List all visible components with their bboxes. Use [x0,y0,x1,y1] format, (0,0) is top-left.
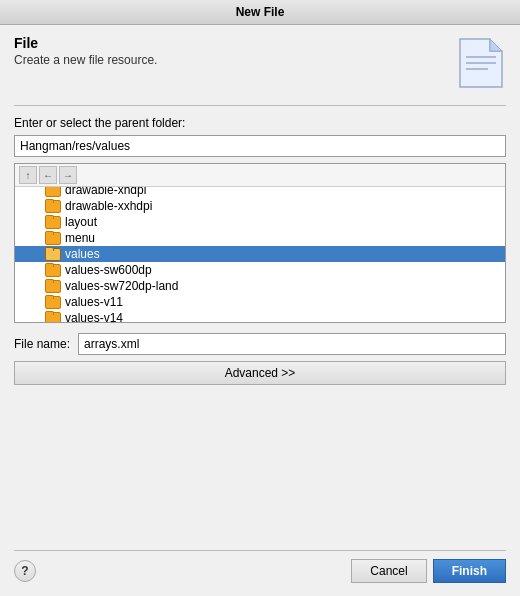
dialog-body: File Create a new file resource. Enter o… [0,25,520,593]
folder-path-input[interactable] [14,135,506,157]
tree-forward-button[interactable]: → [59,166,77,184]
bottom-bar: ? Cancel Finish [14,550,506,583]
finish-button[interactable]: Finish [433,559,506,583]
file-name-label: File name: [14,337,70,351]
folder-icon [45,263,61,277]
header-divider [14,105,506,106]
folder-icon [45,311,61,322]
tree-item-drawable-xhdpi[interactable]: drawable-xhdpi [15,187,505,198]
tree-item-label: values-v11 [65,295,123,309]
file-name-input[interactable] [78,333,506,355]
tree-item-label: drawable-xhdpi [65,187,146,197]
tree-item-label: values [65,247,100,261]
folder-icon [45,295,61,309]
tree-item-values-sw600dp[interactable]: values-sw600dp [15,262,505,278]
folder-icon [45,231,61,245]
file-name-section: File name: [14,333,506,355]
tree-item-label: drawable-xxhdpi [65,199,152,213]
tree-back-button[interactable]: ← [39,166,57,184]
tree-item-values[interactable]: values [15,246,505,262]
file-name-row: File name: [14,333,506,355]
title-bar: New File [0,0,520,25]
tree-item-values-sw720dp-land[interactable]: values-sw720dp-land [15,278,505,294]
help-button[interactable]: ? [14,560,36,582]
tree-item-values-v14[interactable]: values-v14 [15,310,505,322]
new-file-icon [458,37,506,89]
folder-icon [45,279,61,293]
header-subtitle: Create a new file resource. [14,53,157,67]
tree-item-label: values-sw600dp [65,263,152,277]
tree-item-label: layout [65,215,97,229]
tree-item-drawable-xxhdpi[interactable]: drawable-xxhdpi [15,198,505,214]
tree-item-label: values-v14 [65,311,123,322]
folder-icon [45,187,61,197]
header-text: File Create a new file resource. [14,35,157,67]
folder-icon [45,247,61,261]
folder-icon [45,199,61,213]
tree-scroll-area[interactable]: drawable-mdpidrawable-xhdpidrawable-xxhd… [15,187,505,322]
tree-item-layout[interactable]: layout [15,214,505,230]
tree-item-values-v11[interactable]: values-v11 [15,294,505,310]
tree-up-button[interactable]: ↑ [19,166,37,184]
tree-item-label: values-sw720dp-land [65,279,178,293]
advanced-button[interactable]: Advanced >> [14,361,506,385]
tree-toolbar: ↑ ← → [15,164,505,187]
folder-icon [45,215,61,229]
dialog-title: New File [236,5,285,19]
svg-marker-1 [490,39,502,51]
tree-items-list: drawable-mdpidrawable-xhdpidrawable-xxhd… [15,187,505,322]
action-buttons: Cancel Finish [351,559,506,583]
header-title: File [14,35,157,51]
folder-tree-container: ↑ ← → drawable-mdpidrawable-xhdpidrawabl… [14,163,506,323]
header-section: File Create a new file resource. [14,35,506,89]
cancel-button[interactable]: Cancel [351,559,426,583]
tree-item-menu[interactable]: menu [15,230,505,246]
folder-label: Enter or select the parent folder: [14,116,506,130]
bottom-spacer [14,393,506,551]
tree-item-label: menu [65,231,95,245]
